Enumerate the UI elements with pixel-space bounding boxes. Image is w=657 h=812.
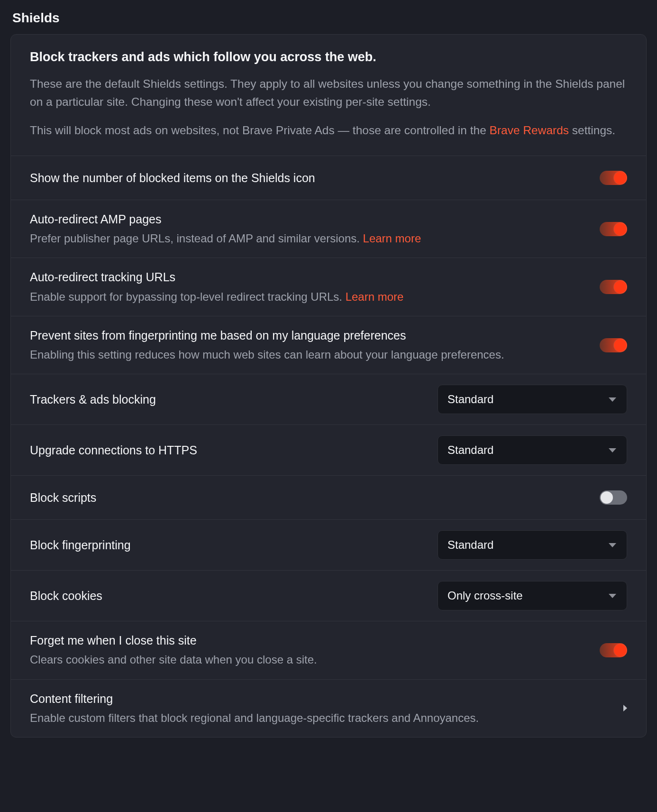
row-title: Auto-redirect AMP pages [30,211,585,228]
page-title: Shields [12,10,647,26]
intro-paragraph-2-text-b: settings. [569,124,615,137]
row-title: Forget me when I close this site [30,632,585,649]
toggle-auto-redirect-amp[interactable] [600,222,627,236]
row-block-cookies: Block cookies Only cross-site [11,571,646,621]
row-show-blocked-count: Show the number of blocked items on the … [11,156,646,200]
toggle-knob [614,172,626,184]
row-title: Content filtering [30,690,604,707]
row-title: Upgrade connections to HTTPS [30,442,423,459]
select-value: Only cross-site [447,589,523,602]
select-value: Standard [447,443,493,457]
intro-section: Block trackers and ads which follow you … [11,35,646,156]
chevron-down-icon [609,397,616,402]
toggle-knob [614,644,626,656]
shields-card: Block trackers and ads which follow you … [10,34,647,738]
select-upgrade-https[interactable]: Standard [438,435,627,465]
select-value: Standard [447,538,493,552]
toggle-knob [614,339,626,351]
toggle-knob [601,491,613,504]
chevron-right-icon [623,705,627,711]
row-block-fingerprinting: Block fingerprinting Standard [11,520,646,571]
row-desc: Enabling this setting reduces how much w… [30,346,585,363]
row-desc: Clears cookies and other site data when … [30,651,585,668]
intro-heading: Block trackers and ads which follow you … [30,50,627,65]
row-content-filtering[interactable]: Content filtering Enable custom filters … [11,680,646,737]
row-block-scripts: Block scripts [11,476,646,520]
toggle-language-fingerprint[interactable] [600,338,627,352]
select-trackers-ads-blocking[interactable]: Standard [438,385,627,414]
row-trackers-ads-blocking: Trackers & ads blocking Standard [11,374,646,425]
select-block-cookies[interactable]: Only cross-site [438,581,627,610]
row-title: Block scripts [30,489,585,506]
intro-paragraph-2-text-a: This will block most ads on websites, no… [30,124,490,137]
row-title: Prevent sites from fingerprinting me bas… [30,327,585,344]
toggle-knob [614,223,626,235]
select-value: Standard [447,393,493,406]
row-title: Auto-redirect tracking URLs [30,268,585,286]
select-block-fingerprinting[interactable]: Standard [438,530,627,560]
row-auto-redirect-amp: Auto-redirect AMP pages Prefer publisher… [11,200,646,258]
toggle-knob [614,281,626,293]
row-auto-redirect-tracking: Auto-redirect tracking URLs Enable suppo… [11,258,646,316]
toggle-block-scripts[interactable] [600,490,627,505]
chevron-down-icon [609,543,616,547]
row-upgrade-https: Upgrade connections to HTTPS Standard [11,425,646,476]
row-title: Show the number of blocked items on the … [30,169,585,186]
learn-more-link-amp[interactable]: Learn more [363,232,421,245]
row-desc: Prefer publisher page URLs, instead of A… [30,230,585,247]
row-desc-text: Prefer publisher page URLs, instead of A… [30,232,363,245]
intro-paragraph-2: This will block most ads on websites, no… [30,121,627,139]
toggle-auto-redirect-tracking[interactable] [600,280,627,294]
brave-rewards-link[interactable]: Brave Rewards [490,124,569,137]
row-desc: Enable custom filters that block regiona… [30,709,604,727]
intro-paragraph-1: These are the default Shields settings. … [30,75,627,111]
row-title: Trackers & ads blocking [30,391,423,408]
row-title: Block fingerprinting [30,536,423,554]
chevron-down-icon [609,594,616,598]
toggle-forget-me[interactable] [600,643,627,657]
row-desc: Enable support for bypassing top-level r… [30,288,585,305]
learn-more-link-tracking[interactable]: Learn more [346,290,404,303]
row-language-fingerprint: Prevent sites from fingerprinting me bas… [11,316,646,374]
row-title: Block cookies [30,587,423,604]
row-forget-me: Forget me when I close this site Clears … [11,621,646,679]
toggle-show-blocked-count[interactable] [600,171,627,185]
row-desc-text: Enable support for bypassing top-level r… [30,290,346,303]
chevron-down-icon [609,448,616,452]
